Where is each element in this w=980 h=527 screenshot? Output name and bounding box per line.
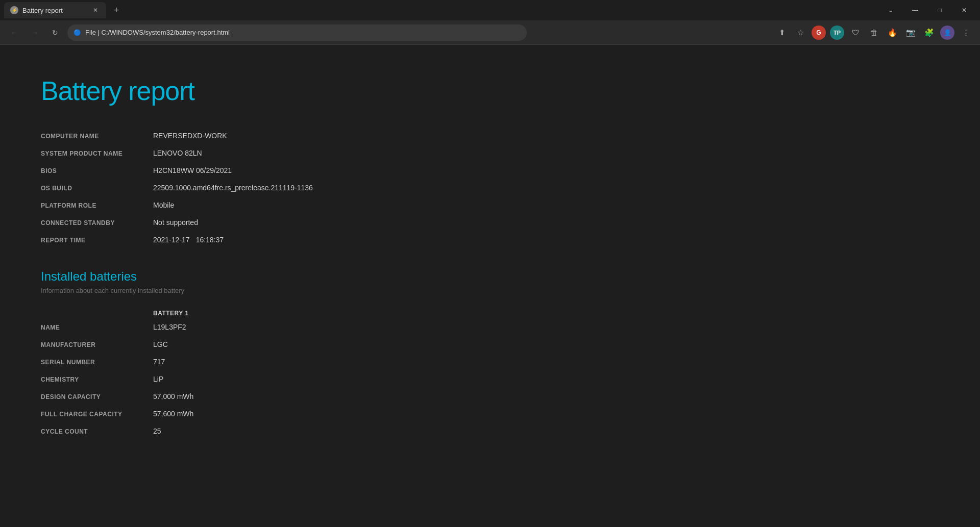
browser-chrome: ⚡ Battery report ✕ + ⌄ — □ ✕ ← → ↻ 🔵 Fil… (0, 0, 980, 45)
address-scheme-icon: 🔵 (74, 29, 81, 36)
share-icon[interactable]: ⬆ (774, 24, 790, 41)
label-connected-standby: CONNECTED STANDBY (41, 219, 153, 227)
refresh-button[interactable]: ↻ (47, 24, 63, 41)
label-product-name: SYSTEM PRODUCT NAME (41, 150, 153, 157)
battery-column-header: BATTERY 1 (153, 310, 189, 317)
shield-icon[interactable]: 🛡 (847, 24, 864, 41)
battery-value-full-charge: 57,600 mWh (153, 410, 193, 418)
tab-bar: ⚡ Battery report ✕ + ⌄ — □ ✕ (0, 0, 980, 20)
battery-row-design-capacity: DESIGN CAPACITY 57,000 mWh (41, 392, 939, 400)
battery-label-spacer (41, 310, 153, 317)
avatar: 👤 (940, 26, 954, 40)
window-controls: ⌄ — □ ✕ (879, 0, 976, 20)
info-row-report-time: REPORT TIME 2021-12-17 16:18:37 (41, 236, 939, 244)
info-row-os-build: OS BUILD 22509.1000.amd64fre.rs_prerelea… (41, 184, 939, 192)
label-computer-name: COMPUTER NAME (41, 133, 153, 140)
label-report-time: REPORT TIME (41, 237, 153, 244)
maximize-button[interactable]: □ (928, 0, 951, 20)
battery-value-serial: 717 (153, 358, 165, 366)
battery-row-name: NAME L19L3PF2 (41, 323, 939, 331)
profile-button[interactable]: 👤 (939, 24, 955, 41)
extension-tp-icon[interactable]: TP (829, 24, 845, 41)
camera-icon[interactable]: 📷 (902, 24, 919, 41)
report-date: 2021-12-17 (153, 236, 190, 244)
batteries-section-title: Installed batteries (41, 269, 939, 284)
more-menu-button[interactable]: ⋮ (958, 24, 974, 41)
tab-search-button[interactable]: ⌄ (879, 0, 902, 20)
value-product-name: LENOVO 82LN (153, 149, 202, 157)
system-info-table: COMPUTER NAME REVERSEDXD-WORK SYSTEM PRO… (41, 132, 939, 244)
label-bios: BIOS (41, 167, 153, 174)
red-badge: G (812, 26, 826, 40)
toolbar-icons: ⬆ ☆ G TP 🛡 🗑 🔥 📷 🧩 👤 ⋮ (774, 24, 974, 41)
active-tab[interactable]: ⚡ Battery report ✕ (4, 2, 106, 18)
page-content: Battery report COMPUTER NAME REVERSEDXD-… (0, 45, 980, 527)
battery-value-chemistry: LiP (153, 375, 163, 383)
battery-label-cycle-count: CYCLE COUNT (41, 428, 153, 435)
info-row-product-name: SYSTEM PRODUCT NAME LENOVO 82LN (41, 149, 939, 157)
battery-label-design-capacity: DESIGN CAPACITY (41, 393, 153, 400)
value-platform-role: Mobile (153, 201, 174, 209)
battery-value-cycle-count: 25 (153, 427, 161, 435)
battery-value-name: L19L3PF2 (153, 323, 186, 331)
value-os-build: 22509.1000.amd64fre.rs_prerelease.211119… (153, 184, 313, 192)
tp-badge: TP (830, 26, 844, 40)
battery-value-manufacturer: LGC (153, 340, 168, 348)
delete-icon[interactable]: 🗑 (866, 24, 882, 41)
battery-row-manufacturer: MANUFACTURER LGC (41, 340, 939, 348)
back-button[interactable]: ← (6, 24, 22, 41)
value-bios: H2CN18WW 06/29/2021 (153, 166, 232, 174)
label-platform-role: PLATFORM ROLE (41, 202, 153, 209)
address-path: C:/WINDOWS/system32/battery-report.html (102, 29, 230, 36)
value-report-time: 2021-12-17 16:18:37 (153, 236, 224, 244)
installed-batteries-section: Installed batteries Information about ea… (41, 269, 939, 435)
address-scheme: File (85, 29, 96, 36)
battery-row-full-charge: FULL CHARGE CAPACITY 57,600 mWh (41, 410, 939, 418)
battery-header-row: BATTERY 1 (41, 310, 939, 317)
battery-row-chemistry: CHEMISTRY LiP (41, 375, 939, 383)
battery-label-chemistry: CHEMISTRY (41, 376, 153, 383)
address-separator: | (98, 29, 102, 36)
address-bar[interactable]: 🔵 File | C:/WINDOWS/system32/battery-rep… (67, 24, 527, 41)
battery-table: BATTERY 1 NAME L19L3PF2 MANUFACTURER LGC… (41, 310, 939, 435)
nav-bar: ← → ↻ 🔵 File | C:/WINDOWS/system32/batte… (0, 20, 980, 45)
tab-title: Battery report (22, 7, 87, 14)
info-row-connected-standby: CONNECTED STANDBY Not supported (41, 218, 939, 227)
batteries-section-subtitle: Information about each currently install… (41, 287, 939, 294)
minimize-button[interactable]: — (903, 0, 927, 20)
tab-favicon: ⚡ (10, 6, 18, 14)
tab-close-button[interactable]: ✕ (91, 6, 100, 15)
new-tab-button[interactable]: + (108, 2, 125, 18)
favorites-icon[interactable]: ☆ (792, 24, 808, 41)
extension-red-icon[interactable]: G (811, 24, 827, 41)
report-time-value: 16:18:37 (196, 236, 224, 244)
forward-button[interactable]: → (27, 24, 43, 41)
battery-label-serial: SERIAL NUMBER (41, 359, 153, 366)
battery-row-cycle-count: CYCLE COUNT 25 (41, 427, 939, 435)
battery-label-name: NAME (41, 324, 153, 331)
close-button[interactable]: ✕ (952, 0, 976, 20)
value-connected-standby: Not supported (153, 218, 198, 227)
battery-label-full-charge: FULL CHARGE CAPACITY (41, 411, 153, 418)
battery-row-serial: SERIAL NUMBER 717 (41, 358, 939, 366)
flame-icon[interactable]: 🔥 (884, 24, 900, 41)
battery-label-manufacturer: MANUFACTURER (41, 341, 153, 348)
page-title: Battery report (41, 76, 939, 106)
extensions-icon[interactable]: 🧩 (921, 24, 937, 41)
value-computer-name: REVERSEDXD-WORK (153, 132, 227, 140)
address-text: File | C:/WINDOWS/system32/battery-repor… (85, 29, 521, 36)
battery-value-design-capacity: 57,000 mWh (153, 392, 193, 400)
info-row-bios: BIOS H2CN18WW 06/29/2021 (41, 166, 939, 174)
info-row-computer-name: COMPUTER NAME REVERSEDXD-WORK (41, 132, 939, 140)
info-row-platform-role: PLATFORM ROLE Mobile (41, 201, 939, 209)
label-os-build: OS BUILD (41, 185, 153, 192)
